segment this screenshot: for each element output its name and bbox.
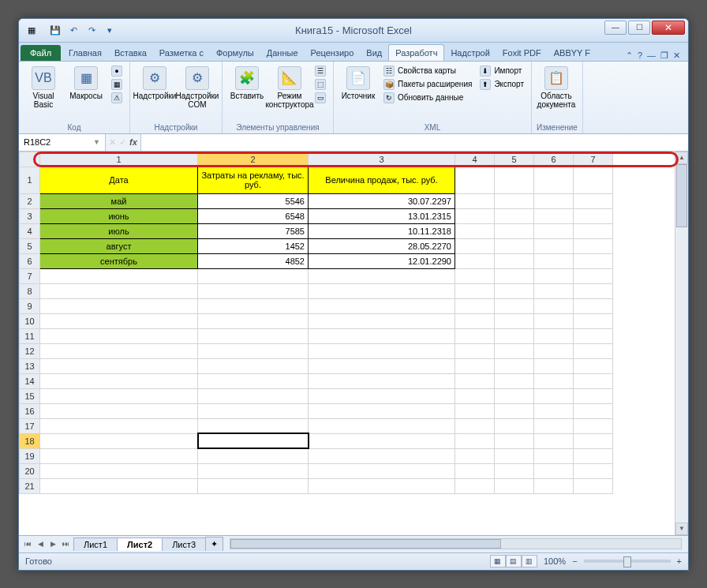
redo-icon[interactable]: ↷ xyxy=(84,22,99,38)
row-header[interactable]: 8 xyxy=(20,283,40,298)
row-header[interactable]: 14 xyxy=(20,373,40,388)
cell[interactable] xyxy=(455,448,495,463)
cell[interactable] xyxy=(495,448,534,463)
cell[interactable] xyxy=(309,448,455,463)
column-header[interactable]: 5 xyxy=(495,152,534,167)
cell[interactable] xyxy=(455,298,495,313)
sheet-nav-next-icon[interactable]: ▶ xyxy=(47,540,58,548)
cell[interactable] xyxy=(198,403,309,418)
cell[interactable] xyxy=(455,193,495,208)
minimize-ribbon-icon[interactable]: ⌃ xyxy=(626,51,633,61)
cell[interactable] xyxy=(574,433,613,448)
cell[interactable] xyxy=(534,238,574,253)
cell[interactable] xyxy=(534,313,574,328)
row-header[interactable]: 4 xyxy=(20,223,40,238)
cell[interactable] xyxy=(574,298,613,313)
cell[interactable] xyxy=(455,268,495,283)
column-header[interactable]: 3 xyxy=(309,152,455,167)
cell[interactable] xyxy=(574,238,613,253)
cell[interactable] xyxy=(574,463,613,478)
cell[interactable] xyxy=(40,328,198,343)
cell[interactable] xyxy=(574,167,613,193)
cell[interactable] xyxy=(309,373,455,388)
cell[interactable] xyxy=(40,418,198,433)
cell[interactable]: июль xyxy=(40,223,198,238)
cell[interactable]: июнь xyxy=(40,208,198,223)
cell[interactable] xyxy=(40,388,198,403)
cell[interactable] xyxy=(40,343,198,358)
cell[interactable] xyxy=(495,193,534,208)
cell[interactable] xyxy=(455,433,495,448)
tab-review[interactable]: Рецензиро xyxy=(305,45,361,61)
cell[interactable] xyxy=(574,478,613,493)
cell[interactable] xyxy=(574,208,613,223)
cell[interactable] xyxy=(574,223,613,238)
cell[interactable] xyxy=(495,343,534,358)
row-header[interactable]: 21 xyxy=(20,478,40,493)
cell[interactable] xyxy=(495,463,534,478)
insert-control-button[interactable]: 🧩Вставить xyxy=(227,65,267,102)
scroll-up-icon[interactable]: ▲ xyxy=(675,152,688,164)
sheet-tab[interactable]: Лист3 xyxy=(162,537,206,551)
column-header[interactable]: 6 xyxy=(534,152,574,167)
cell[interactable] xyxy=(40,298,198,313)
tab-data[interactable]: Данные xyxy=(260,45,305,61)
cell[interactable] xyxy=(455,373,495,388)
row-header[interactable]: 11 xyxy=(20,328,40,343)
cell[interactable] xyxy=(495,373,534,388)
tab-view[interactable]: Вид xyxy=(360,45,388,61)
row-header[interactable]: 19 xyxy=(20,448,40,463)
sheet-nav-last-icon[interactable]: ⏭ xyxy=(60,540,71,548)
cell[interactable] xyxy=(309,478,455,493)
column-header[interactable]: 4 xyxy=(455,152,495,167)
row-header[interactable]: 10 xyxy=(20,313,40,328)
cell[interactable] xyxy=(534,253,574,268)
cell[interactable]: 13.01.2315 xyxy=(309,208,455,223)
select-all-corner[interactable] xyxy=(20,152,40,167)
cell[interactable] xyxy=(198,328,309,343)
cell[interactable] xyxy=(198,268,309,283)
cell[interactable] xyxy=(534,283,574,298)
cell[interactable] xyxy=(198,358,309,373)
cell[interactable] xyxy=(455,208,495,223)
record-macro-button[interactable]: ● xyxy=(109,65,125,77)
cell[interactable] xyxy=(574,283,613,298)
scroll-down-icon[interactable]: ▼ xyxy=(675,522,688,535)
cell[interactable] xyxy=(495,298,534,313)
sheet-nav-first-icon[interactable]: ⏮ xyxy=(22,540,33,548)
cell[interactable] xyxy=(198,343,309,358)
cell[interactable] xyxy=(574,313,613,328)
cell[interactable]: 5546 xyxy=(198,193,309,208)
doc-restore-icon[interactable]: ❐ xyxy=(660,51,668,61)
row-header[interactable]: 20 xyxy=(20,463,40,478)
cell[interactable] xyxy=(40,448,198,463)
cell[interactable]: 12.01.2290 xyxy=(309,253,455,268)
name-box-dropdown-icon[interactable]: ▼ xyxy=(93,138,100,146)
cell[interactable] xyxy=(574,253,613,268)
cell[interactable] xyxy=(40,358,198,373)
cell[interactable]: 7585 xyxy=(198,223,309,238)
cell[interactable]: май xyxy=(40,193,198,208)
cancel-formula-icon[interactable]: ✕ xyxy=(109,137,116,148)
doc-close-icon[interactable]: ✕ xyxy=(673,51,680,61)
cell[interactable] xyxy=(309,418,455,433)
cell[interactable] xyxy=(309,433,455,448)
cell[interactable] xyxy=(309,403,455,418)
cell[interactable] xyxy=(574,403,613,418)
cell[interactable] xyxy=(309,283,455,298)
row-header[interactable]: 12 xyxy=(20,343,40,358)
cell[interactable] xyxy=(455,253,495,268)
cell[interactable] xyxy=(534,358,574,373)
cell[interactable] xyxy=(198,433,309,448)
row-header[interactable]: 2 xyxy=(20,193,40,208)
run-dialog-button[interactable]: ▭ xyxy=(312,92,328,104)
cell[interactable] xyxy=(309,298,455,313)
com-addins-button[interactable]: ⚙Надстройки COM xyxy=(178,65,217,110)
save-icon[interactable]: 💾 xyxy=(47,22,63,38)
cell[interactable] xyxy=(495,238,534,253)
tab-developer[interactable]: Разработч xyxy=(388,44,444,61)
cell[interactable] xyxy=(495,388,534,403)
cell[interactable] xyxy=(534,268,574,283)
tab-addins[interactable]: Надстрой xyxy=(444,45,496,61)
page-layout-view-button[interactable]: ▤ xyxy=(506,555,522,567)
